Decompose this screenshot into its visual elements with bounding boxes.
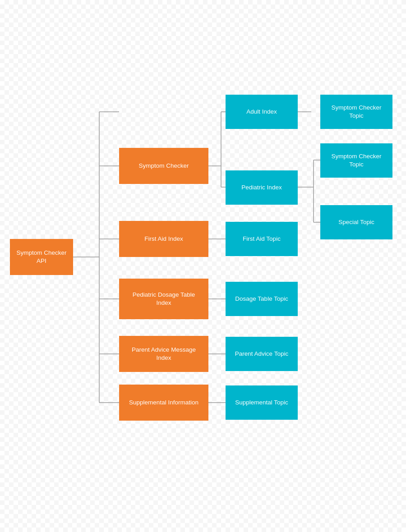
first-aid-topic-node: First Aid Topic [226,222,298,256]
symptom-checker-topic-1-node: Symptom Checker Topic [320,95,392,129]
supplemental-node: Supplemental Information [119,385,208,421]
dosage-table-topic-node: Dosage Table Topic [226,282,298,316]
adult-index-node: Adult Index [226,95,298,129]
root-node: Symptom Checker API [10,239,73,275]
parent-advice-node: Parent Advice Message Index [119,336,208,372]
pediatric-index-node: Pediatric Index [226,170,298,205]
parent-advice-topic-node: Parent Advice Topic [226,337,298,371]
first-aid-index-node: First Aid Index [119,221,208,257]
symptom-checker-node: Symptom Checker [119,148,208,184]
symptom-checker-topic-2-node: Symptom Checker Topic [320,143,392,178]
supplemental-topic-node: Supplemental Topic [226,385,298,420]
special-topic-node: Special Topic [320,205,392,239]
diagram-container: Symptom Checker API Symptom Checker Firs… [0,0,406,532]
pediatric-dosage-node: Pediatric Dosage Table Index [119,279,208,319]
